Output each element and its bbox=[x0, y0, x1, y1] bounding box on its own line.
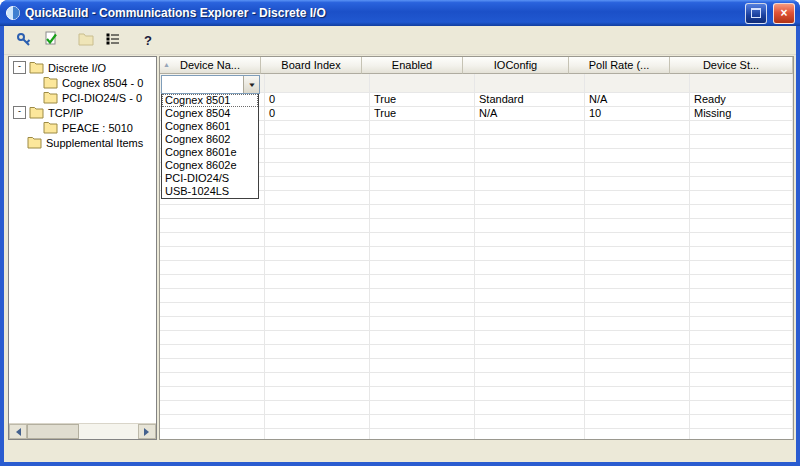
grid-cell[interactable] bbox=[265, 289, 370, 303]
grid-cell[interactable]: N/A bbox=[475, 107, 585, 121]
dropdown-option-cognex-8504[interactable]: Cognex 8504 bbox=[162, 107, 258, 120]
grid-cell[interactable] bbox=[585, 247, 690, 261]
grid-cell[interactable] bbox=[160, 317, 265, 331]
grid-cell[interactable] bbox=[690, 233, 793, 247]
combobox-drop-button[interactable]: ▼ bbox=[243, 76, 259, 93]
grid-cell[interactable] bbox=[475, 359, 585, 373]
grid-cell[interactable] bbox=[160, 247, 265, 261]
grid-cell[interactable] bbox=[265, 387, 370, 401]
grid-cell[interactable] bbox=[475, 429, 585, 440]
grid-cell[interactable] bbox=[475, 163, 585, 177]
grid-cell[interactable] bbox=[690, 121, 793, 135]
grid-cell[interactable] bbox=[265, 275, 370, 289]
wizard-button[interactable] bbox=[12, 29, 36, 52]
grid-cell[interactable] bbox=[585, 135, 690, 149]
tree-item-discrete-i-o[interactable]: -Discrete I/O bbox=[9, 60, 156, 75]
grid-cell[interactable] bbox=[475, 247, 585, 261]
grid-cell[interactable] bbox=[475, 74, 585, 93]
grid-cell[interactable] bbox=[475, 135, 585, 149]
grid-cell[interactable] bbox=[585, 163, 690, 177]
grid-cell[interactable] bbox=[370, 205, 475, 219]
grid-cell[interactable] bbox=[370, 233, 475, 247]
grid-cell[interactable] bbox=[370, 149, 475, 163]
grid-cell[interactable] bbox=[690, 373, 793, 387]
column-header-poll-rate[interactable]: Poll Rate (... bbox=[569, 57, 670, 74]
grid-cell[interactable] bbox=[585, 219, 690, 233]
grid-cell[interactable] bbox=[265, 261, 370, 275]
grid-cell[interactable] bbox=[585, 191, 690, 205]
grid-cell[interactable] bbox=[475, 303, 585, 317]
grid-cell[interactable] bbox=[585, 261, 690, 275]
grid-cell[interactable] bbox=[475, 289, 585, 303]
grid-cell[interactable] bbox=[370, 331, 475, 345]
grid-cell[interactable] bbox=[370, 177, 475, 191]
grid-cell[interactable] bbox=[475, 415, 585, 429]
grid-cell[interactable] bbox=[160, 415, 265, 429]
grid-cell[interactable] bbox=[265, 149, 370, 163]
grid-cell[interactable] bbox=[475, 275, 585, 289]
grid-cell[interactable]: True bbox=[370, 93, 475, 107]
grid-cell[interactable] bbox=[475, 177, 585, 191]
grid-cell[interactable] bbox=[370, 345, 475, 359]
grid-cell[interactable]: Missing bbox=[690, 107, 793, 121]
grid-cell[interactable] bbox=[160, 261, 265, 275]
grid-cell[interactable] bbox=[370, 317, 475, 331]
grid-cell[interactable] bbox=[475, 261, 585, 275]
grid-cell[interactable] bbox=[265, 177, 370, 191]
grid-cell[interactable] bbox=[265, 219, 370, 233]
grid-cell[interactable] bbox=[585, 317, 690, 331]
grid-cell[interactable] bbox=[585, 345, 690, 359]
grid-cell[interactable] bbox=[585, 387, 690, 401]
device-name-combobox[interactable]: ▼ bbox=[161, 75, 260, 94]
grid-cell[interactable] bbox=[690, 191, 793, 205]
column-header-device-st[interactable]: Device St... bbox=[670, 57, 793, 74]
grid-cell[interactable] bbox=[690, 331, 793, 345]
grid-cell[interactable] bbox=[690, 289, 793, 303]
grid-cell[interactable] bbox=[370, 191, 475, 205]
scroll-right-button[interactable] bbox=[138, 424, 156, 439]
column-header-enabled[interactable]: Enabled bbox=[362, 57, 463, 74]
grid-cell[interactable] bbox=[475, 373, 585, 387]
grid-cell[interactable] bbox=[585, 275, 690, 289]
grid-cell[interactable] bbox=[690, 275, 793, 289]
combobox-edit-field[interactable] bbox=[162, 76, 243, 93]
grid-cell[interactable] bbox=[585, 149, 690, 163]
grid-cell[interactable] bbox=[370, 219, 475, 233]
grid-cell[interactable] bbox=[690, 219, 793, 233]
grid-cell[interactable] bbox=[585, 331, 690, 345]
grid-cell[interactable] bbox=[265, 373, 370, 387]
grid-cell[interactable] bbox=[585, 233, 690, 247]
scroll-left-button[interactable] bbox=[9, 424, 27, 439]
grid-cell[interactable] bbox=[160, 429, 265, 440]
grid-cell[interactable] bbox=[265, 247, 370, 261]
grid-cell[interactable] bbox=[160, 289, 265, 303]
grid-cell[interactable] bbox=[370, 275, 475, 289]
grid-cell[interactable] bbox=[265, 74, 370, 93]
scrollbar-thumb[interactable] bbox=[27, 424, 79, 439]
grid-cell[interactable] bbox=[265, 331, 370, 345]
maximize-button[interactable] bbox=[745, 3, 767, 24]
grid-cell[interactable] bbox=[370, 74, 475, 93]
grid-cell[interactable] bbox=[265, 359, 370, 373]
grid-cell[interactable] bbox=[160, 401, 265, 415]
grid-cell[interactable] bbox=[585, 121, 690, 135]
grid-cell[interactable] bbox=[160, 205, 265, 219]
grid-cell[interactable] bbox=[265, 121, 370, 135]
column-header-board-index[interactable]: Board Index bbox=[261, 57, 362, 74]
grid-cell[interactable] bbox=[475, 401, 585, 415]
grid-cell[interactable]: 10 bbox=[585, 107, 690, 121]
grid-cell[interactable] bbox=[370, 121, 475, 135]
grid-cell[interactable]: N/A bbox=[585, 93, 690, 107]
grid-cell[interactable] bbox=[690, 345, 793, 359]
grid-cell[interactable] bbox=[585, 415, 690, 429]
grid-cell[interactable] bbox=[265, 345, 370, 359]
grid-cell[interactable] bbox=[690, 261, 793, 275]
grid-cell[interactable]: Standard bbox=[475, 93, 585, 107]
help-button[interactable]: ? bbox=[136, 29, 160, 52]
grid-cell[interactable] bbox=[475, 219, 585, 233]
grid-cell[interactable] bbox=[370, 359, 475, 373]
grid-cell[interactable] bbox=[690, 135, 793, 149]
grid-cell[interactable] bbox=[475, 317, 585, 331]
grid-cell[interactable] bbox=[585, 74, 690, 93]
grid-cell[interactable] bbox=[160, 233, 265, 247]
